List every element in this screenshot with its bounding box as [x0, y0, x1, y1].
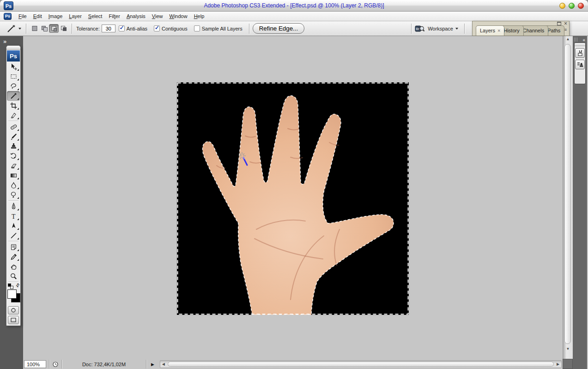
brushes-palette-button[interactable] — [575, 48, 585, 58]
move-tool[interactable] — [7, 62, 20, 72]
new-selection-button[interactable] — [30, 24, 39, 33]
move-tool-icon — [10, 63, 18, 71]
contiguous-option[interactable]: Contiguous — [154, 25, 188, 31]
history-brush-tool[interactable] — [7, 151, 20, 161]
document-canvas[interactable] — [177, 82, 409, 315]
vertical-scrollbar[interactable]: ▲ ▼ — [563, 36, 573, 359]
menu-analysis[interactable]: Analysis — [123, 12, 149, 20]
palette-tabs: Layers× History Channels Paths — [476, 25, 564, 36]
document-size-info: Doc: 732,4K/1,02M — [65, 362, 143, 367]
scroll-up-icon[interactable]: ▲ — [563, 36, 573, 43]
scrollbar-corner — [563, 359, 573, 369]
clone-stamp-tool[interactable] — [7, 141, 20, 151]
quick-mask-button[interactable] — [8, 306, 19, 314]
palette-close-icon[interactable]: × — [564, 22, 567, 25]
workspace-dropdown[interactable]: Workspace — [425, 25, 461, 32]
eyedropper-icon — [10, 253, 18, 261]
scroll-left-icon[interactable]: ◀ — [160, 361, 167, 368]
refine-edge-button[interactable]: Refine Edge... — [253, 23, 304, 34]
menu-window[interactable]: Window — [166, 12, 191, 20]
magic-wand-tool[interactable] — [7, 91, 20, 101]
horizontal-type-tool[interactable]: T — [7, 211, 20, 221]
palette-controls: × — [557, 22, 567, 25]
hand-tool[interactable] — [7, 262, 20, 271]
gradient-tool[interactable] — [7, 171, 20, 180]
collapse-dock-icon[interactable]: « — [582, 37, 585, 43]
default-colors-icon[interactable] — [8, 283, 13, 289]
sample-all-layers-option[interactable]: Sample All Layers — [194, 25, 242, 31]
pen-tool-icon — [10, 203, 18, 210]
separator — [49, 360, 49, 369]
tolerance-input[interactable] — [102, 25, 115, 32]
dodge-tool[interactable] — [7, 190, 20, 200]
tab-paths-label: Paths — [547, 28, 560, 33]
expand-toolbox-icon[interactable]: » — [3, 38, 6, 45]
screen-mode-button[interactable] — [8, 316, 19, 324]
pen-tool[interactable] — [7, 202, 20, 211]
magic-wand-icon — [6, 24, 17, 33]
add-to-selection-button[interactable] — [39, 24, 49, 33]
lasso-tool[interactable] — [7, 81, 20, 91]
toolbox-divider — [8, 200, 18, 201]
menu-select[interactable]: Select — [85, 12, 106, 20]
horizontal-scrollbar[interactable]: ◀ ▶ — [160, 360, 562, 368]
svg-text:T: T — [12, 213, 16, 220]
status-clock-icon[interactable] — [52, 361, 59, 368]
separator — [61, 360, 62, 369]
window-controls — [559, 3, 584, 9]
separator — [146, 360, 146, 369]
anti-alias-checkbox[interactable] — [119, 25, 125, 31]
go-to-bridge-button[interactable]: Br — [415, 25, 425, 33]
menu-help[interactable]: Help — [191, 12, 208, 20]
spot-healing-brush-tool[interactable] — [7, 122, 20, 132]
vertical-scroll-thumb[interactable] — [564, 44, 571, 344]
status-flyout-icon[interactable]: ▶ — [151, 362, 154, 367]
zoom-level-field[interactable]: 100% — [24, 360, 46, 368]
swap-colors-icon[interactable]: ⇄ — [14, 282, 21, 289]
title-bar: Ps Adobe Photoshop CS3 Extended - [Effec… — [0, 0, 588, 12]
eyedropper-tool[interactable] — [7, 252, 20, 262]
sample-all-layers-checkbox[interactable] — [194, 25, 200, 31]
zoom-tool[interactable] — [7, 271, 20, 281]
scroll-down-icon[interactable]: ▼ — [563, 346, 573, 352]
notes-tool[interactable] — [7, 242, 20, 252]
blur-tool[interactable] — [7, 180, 20, 190]
contiguous-checkbox[interactable] — [154, 25, 160, 31]
clone-source-palette-button[interactable] — [575, 60, 585, 69]
menu-edit[interactable]: Edit — [30, 12, 45, 20]
menu-file[interactable]: File — [15, 12, 30, 20]
horizontal-scroll-thumb[interactable] — [168, 362, 554, 367]
brush-tool[interactable] — [7, 132, 20, 141]
line-tool[interactable] — [7, 231, 20, 240]
palette-collapse-icon[interactable] — [557, 22, 561, 25]
tab-close-icon[interactable]: × — [497, 28, 500, 33]
crop-tool-icon — [10, 102, 18, 110]
menu-view[interactable]: View — [149, 12, 166, 20]
eraser-tool[interactable] — [7, 161, 20, 171]
minimize-button[interactable] — [559, 3, 565, 9]
slice-tool[interactable] — [7, 111, 20, 120]
tool-preset-picker[interactable] — [5, 23, 23, 34]
canvas-workspace[interactable] — [23, 36, 563, 359]
anti-alias-option[interactable]: Anti-alias — [119, 25, 147, 31]
intersect-with-selection-button[interactable] — [59, 24, 68, 33]
tab-layers[interactable]: Layers× — [476, 25, 504, 36]
path-selection-tool[interactable] — [7, 221, 20, 231]
dock-panel-grip[interactable] — [575, 43, 585, 46]
menu-filter[interactable]: Filter — [105, 12, 123, 20]
menu-layer[interactable]: Layer — [66, 12, 85, 20]
zoom-level-value: 100% — [27, 362, 40, 367]
crop-tool[interactable] — [7, 101, 20, 111]
rectangular-marquee-tool[interactable] — [7, 72, 20, 81]
subtract-from-selection-button[interactable] — [49, 24, 59, 33]
dock-grip-icon[interactable] — [574, 37, 578, 42]
foreground-color-swatch[interactable] — [7, 289, 17, 299]
maximize-button[interactable] — [569, 3, 575, 9]
anti-alias-label: Anti-alias — [127, 26, 147, 31]
sample-all-layers-label: Sample All Layers — [202, 26, 242, 31]
toolbox-grip[interactable] — [6, 46, 20, 50]
scroll-right-icon[interactable]: ▶ — [555, 361, 561, 368]
close-button[interactable] — [578, 3, 584, 9]
menu-image[interactable]: Image — [45, 12, 66, 20]
rectangular-marquee-icon — [10, 73, 18, 80]
